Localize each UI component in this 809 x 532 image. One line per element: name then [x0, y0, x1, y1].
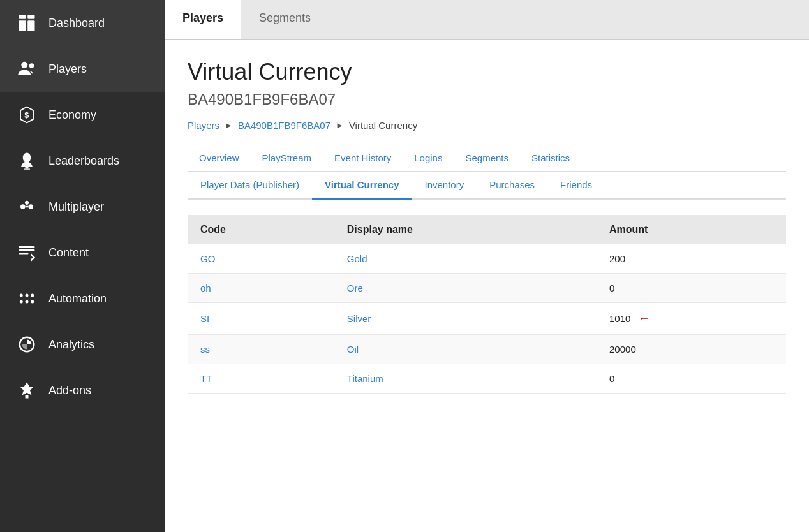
- svg-text:$: $: [24, 111, 29, 120]
- cell-amount: 0: [597, 274, 786, 303]
- sidebar: Dashboard Players $ Economy Leaderboards…: [0, 0, 165, 532]
- sidebar-label-players: Players: [48, 63, 87, 76]
- nav-tab-event-history[interactable]: Event History: [323, 146, 403, 171]
- cell-display-name[interactable]: Ore: [334, 274, 597, 303]
- sidebar-item-dashboard[interactable]: Dashboard: [0, 0, 165, 46]
- svg-rect-2: [19, 20, 26, 31]
- virtual-currency-table: Code Display name Amount GOGold200ohOre0…: [188, 215, 786, 394]
- svg-point-11: [25, 201, 29, 205]
- sidebar-item-content[interactable]: Content: [0, 230, 165, 276]
- sub-tab-player-data[interactable]: Player Data (Publisher): [188, 172, 312, 200]
- tab-players[interactable]: Players: [165, 0, 241, 39]
- nav-tab-overview[interactable]: Overview: [188, 146, 251, 171]
- cell-code[interactable]: SI: [188, 303, 334, 335]
- svg-point-9: [20, 204, 26, 209]
- leaderboards-icon: [15, 149, 38, 172]
- cell-amount: 200: [597, 244, 786, 274]
- page-content: Virtual Currency BA490B1FB9F6BA07 Player…: [165, 40, 809, 532]
- breadcrumb-sep-1: ►: [225, 121, 233, 130]
- dashboard-icon: [15, 11, 38, 34]
- cell-display-name[interactable]: Oil: [334, 335, 597, 364]
- breadcrumb-playerid-link[interactable]: BA490B1FB9F6BA07: [238, 120, 330, 131]
- cell-amount: 20000: [597, 335, 786, 364]
- cell-display-name[interactable]: Gold: [334, 244, 597, 274]
- cell-code[interactable]: TT: [188, 364, 334, 394]
- breadcrumb: Players ► BA490B1FB9F6BA07 ► Virtual Cur…: [188, 120, 786, 131]
- svg-rect-7: [26, 167, 29, 169]
- svg-point-4: [21, 62, 27, 68]
- addons-icon: [15, 379, 38, 402]
- cell-display-name[interactable]: Titanium: [334, 364, 597, 394]
- svg-point-10: [29, 204, 34, 209]
- svg-point-15: [20, 300, 23, 304]
- sidebar-label-analytics: Analytics: [48, 338, 94, 351]
- svg-rect-19: [26, 395, 29, 399]
- table-row: ssOil20000: [188, 335, 786, 364]
- nav-tab-bar: Overview PlayStream Event History Logins…: [188, 146, 786, 172]
- sidebar-item-multiplayer[interactable]: Multiplayer: [0, 184, 165, 230]
- sidebar-item-automation[interactable]: Automation: [0, 276, 165, 321]
- svg-rect-0: [19, 15, 26, 19]
- sidebar-label-economy: Economy: [48, 108, 96, 122]
- sidebar-item-analytics[interactable]: Analytics: [0, 321, 165, 367]
- top-tab-bar: Players Segments: [165, 0, 809, 40]
- cell-code[interactable]: ss: [188, 335, 334, 364]
- col-header-code: Code: [188, 215, 334, 244]
- nav-tab-logins[interactable]: Logins: [403, 146, 454, 171]
- sub-tab-purchases[interactable]: Purchases: [477, 172, 547, 200]
- analytics-icon: [15, 333, 38, 356]
- table-row: GOGold200: [188, 244, 786, 274]
- sidebar-item-players[interactable]: Players: [0, 46, 165, 92]
- arrow-indicator: ←: [638, 312, 649, 325]
- multiplayer-icon: [15, 195, 38, 218]
- table-header-row: Code Display name Amount: [188, 215, 786, 244]
- content-icon: [15, 241, 38, 264]
- tab-segments[interactable]: Segments: [241, 0, 329, 39]
- sub-tab-friends[interactable]: Friends: [547, 172, 605, 200]
- table-row: TTTitanium0: [188, 364, 786, 394]
- breadcrumb-current: Virtual Currency: [349, 120, 417, 131]
- sidebar-label-addons: Add-ons: [48, 384, 91, 397]
- players-icon: [15, 57, 38, 80]
- col-header-display-name: Display name: [334, 215, 597, 244]
- nav-tab-playstream[interactable]: PlayStream: [251, 146, 323, 171]
- svg-point-16: [26, 300, 29, 304]
- cell-display-name[interactable]: Silver: [334, 303, 597, 335]
- sidebar-item-addons[interactable]: Add-ons: [0, 367, 165, 413]
- sub-tab-bar: Player Data (Publisher) Virtual Currency…: [188, 172, 786, 200]
- table-row: SISilver1010←: [188, 303, 786, 335]
- economy-icon: $: [15, 103, 38, 126]
- sidebar-item-economy[interactable]: $ Economy: [0, 92, 165, 138]
- sidebar-label-leaderboards: Leaderboards: [48, 154, 119, 168]
- nav-tab-segments[interactable]: Segments: [454, 146, 520, 171]
- sub-tab-inventory[interactable]: Inventory: [412, 172, 477, 200]
- svg-rect-8: [24, 169, 30, 170]
- cell-amount: 0: [597, 364, 786, 394]
- player-id: BA490B1FB9F6BA07: [188, 91, 786, 108]
- main-content: Players Segments Virtual Currency BA490B…: [165, 0, 809, 532]
- col-header-amount: Amount: [597, 215, 786, 244]
- page-title: Virtual Currency: [188, 59, 786, 85]
- cell-amount: 1010←: [597, 303, 786, 335]
- svg-point-12: [20, 294, 23, 297]
- cell-code[interactable]: oh: [188, 274, 334, 303]
- sub-tab-virtual-currency[interactable]: Virtual Currency: [312, 172, 412, 200]
- sidebar-label-multiplayer: Multiplayer: [48, 200, 104, 214]
- sidebar-label-automation: Automation: [48, 292, 107, 306]
- svg-point-13: [26, 294, 29, 297]
- table-row: ohOre0: [188, 274, 786, 303]
- cell-code[interactable]: GO: [188, 244, 334, 274]
- nav-tab-statistics[interactable]: Statistics: [520, 146, 581, 171]
- sidebar-label-dashboard: Dashboard: [48, 17, 105, 30]
- breadcrumb-players-link[interactable]: Players: [188, 120, 219, 131]
- svg-point-14: [31, 294, 34, 297]
- svg-point-5: [29, 63, 34, 68]
- svg-point-17: [31, 300, 34, 304]
- svg-rect-3: [27, 20, 34, 31]
- breadcrumb-sep-2: ►: [336, 121, 344, 130]
- svg-rect-1: [27, 15, 34, 19]
- automation-icon: [15, 287, 38, 310]
- sidebar-item-leaderboards[interactable]: Leaderboards: [0, 138, 165, 184]
- sidebar-label-content: Content: [48, 246, 89, 260]
